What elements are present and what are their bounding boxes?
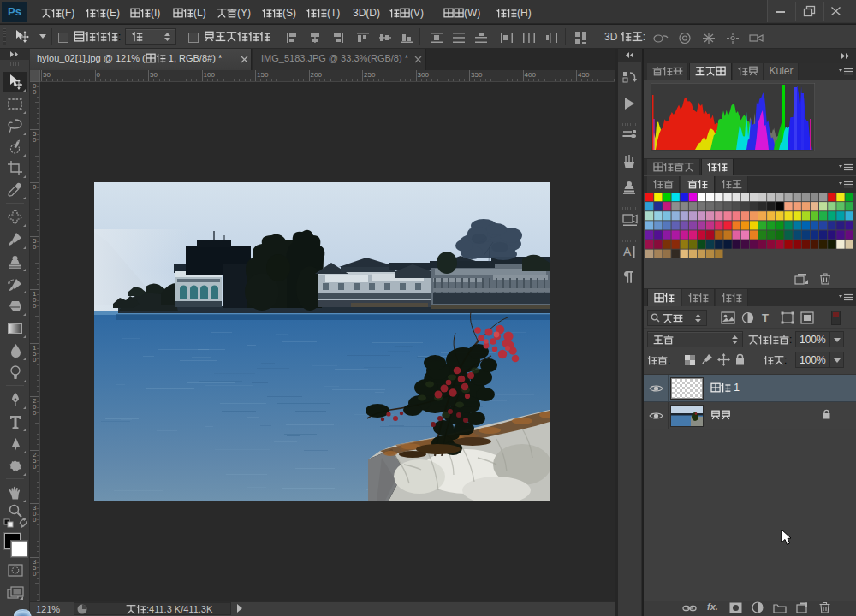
svg-text:A: A — [623, 245, 632, 258]
